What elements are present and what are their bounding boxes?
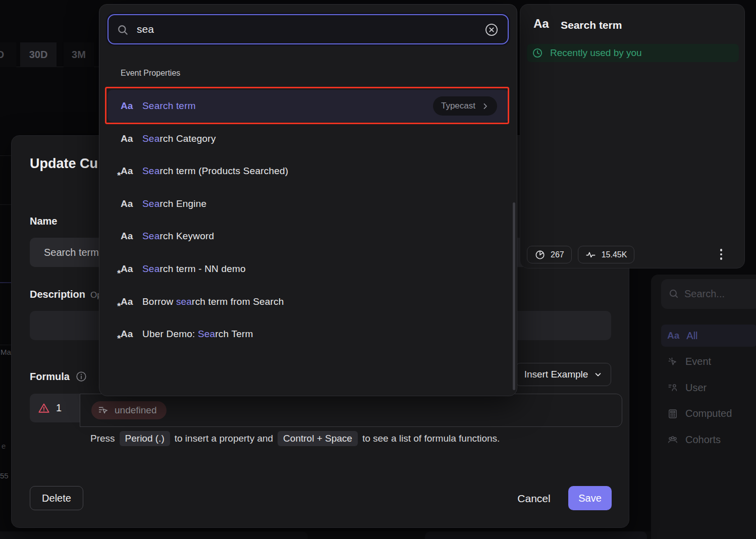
sidebar-search-input[interactable] (684, 279, 755, 309)
property-filter-sidebar: AaAllEventUserComputedCohorts (651, 275, 756, 539)
dropdown-search-input[interactable] (137, 15, 460, 43)
clear-search-icon[interactable] (484, 23, 499, 37)
name-label: Name (30, 215, 57, 227)
axis-label-fragment: e (2, 442, 6, 450)
property-item[interactable]: AaSearch Engine (107, 188, 509, 220)
sidebar-item-all[interactable]: AaAll (661, 325, 756, 347)
dropdown-search-box[interactable] (107, 14, 509, 44)
calculator-icon (667, 408, 678, 419)
property-item[interactable]: AaSearch termTypecast (107, 90, 509, 122)
property-label: Search Category (142, 133, 216, 144)
cursor-click-icon (667, 356, 678, 367)
stat-pill[interactable]: 15.45K (578, 246, 635, 263)
clock-icon (532, 47, 543, 59)
text-property-icon: Aa (121, 231, 141, 242)
property-details-panel: Aa Search term Recently used by you 2671… (520, 4, 745, 268)
modal-title: Update Cu (30, 156, 98, 172)
custom-event-icon (98, 406, 109, 414)
sidebar-item-event[interactable]: Event (661, 351, 756, 373)
delete-button[interactable]: Delete (30, 486, 83, 510)
tab-time-range-partial[interactable]: D (0, 42, 16, 67)
cohorts-icon (667, 434, 678, 445)
property-item[interactable]: AaSearch Keyword (107, 220, 509, 252)
chevron-down-icon (594, 370, 602, 379)
time-range-tabstrip: D 30D 3M (0, 42, 99, 67)
axis-label-fragment: 55 (0, 471, 9, 480)
undefined-token[interactable]: undefined (91, 401, 167, 419)
property-item[interactable]: Aa*Uber Demo: Search Term (107, 318, 509, 350)
tab-time-range-30d[interactable]: 30D (20, 42, 57, 67)
user-list-icon (667, 382, 678, 393)
error-count: 1 (56, 402, 62, 414)
formula-editor[interactable]: undefined (80, 394, 622, 427)
text-property-icon: Aa (121, 198, 141, 209)
sidebar-item-label: Computed (685, 408, 732, 419)
tab-time-range-3m[interactable]: 3M (64, 42, 94, 67)
chart-gridline (0, 204, 11, 205)
warning-icon (38, 402, 50, 414)
chart-gridline (0, 345, 11, 345)
insert-example-button[interactable]: Insert Example (515, 363, 611, 386)
stats-row: 26715.45K (527, 246, 634, 263)
section-header-event-properties: Event Properties (121, 69, 180, 78)
property-label: Search Engine (142, 198, 206, 209)
text-property-icon: Aa (533, 17, 549, 31)
custom-property-icon: Aa* (121, 166, 141, 177)
kebab-menu-icon[interactable] (715, 247, 727, 262)
custom-property-icon: Aa* (121, 263, 141, 275)
text-property-icon: Aa (667, 330, 679, 341)
sidebar-search-box[interactable] (661, 279, 756, 309)
pie-chart-icon (534, 249, 546, 260)
stat-value: 15.45K (602, 250, 627, 259)
save-button[interactable]: Save (568, 486, 612, 510)
info-icon (76, 371, 87, 385)
property-label: Uber Demo: Search Term (142, 329, 253, 340)
kbd-control-space: Control + Space (278, 431, 358, 446)
sidebar-item-cohorts[interactable]: Cohorts (661, 428, 756, 451)
sidebar-item-label: Event (685, 356, 711, 367)
search-icon (668, 288, 679, 299)
sidebar-item-label: Cohorts (685, 434, 721, 446)
formula-label: Formula (30, 371, 87, 385)
formula-hint: Press Period (.) to insert a property an… (90, 431, 500, 446)
sidebar-item-user[interactable]: User (661, 376, 756, 399)
custom-property-icon: Aa* (121, 296, 141, 307)
search-icon (117, 24, 129, 36)
property-label: Borrow search term from Search (142, 296, 284, 307)
chart-gridline (0, 155, 11, 156)
property-search-dropdown: Event Properties AaSearch termTypecastAa… (99, 4, 517, 396)
formula-error-counter: 1 (30, 394, 80, 422)
text-property-icon: Aa (121, 133, 141, 144)
chevron-right-icon (481, 102, 489, 110)
background-card-edge (0, 531, 308, 539)
background-card-edge (425, 531, 647, 539)
sidebar-item-label: User (685, 382, 707, 394)
stat-value: 267 (551, 250, 564, 259)
custom-property-icon: Aa* (121, 329, 141, 340)
property-details-title: Search term (561, 19, 622, 31)
property-label: Search term (Products Searched) (142, 166, 288, 177)
pulse-icon (585, 249, 597, 260)
stat-pill[interactable]: 267 (527, 246, 572, 263)
property-item[interactable]: Aa*Search term - NN demo (107, 253, 509, 285)
property-item[interactable]: AaSearch Category (107, 123, 509, 155)
typecast-badge[interactable]: Typecast (433, 96, 497, 116)
chart-series-line (0, 282, 11, 283)
recently-used-badge: Recently used by you (527, 44, 739, 62)
scrollbar-thumb[interactable] (513, 202, 515, 390)
property-item[interactable]: Aa*Borrow search term from Search (107, 286, 509, 318)
property-label: Search Keyword (142, 231, 214, 242)
sidebar-item-label: All (686, 330, 697, 342)
text-property-icon: Aa (121, 100, 141, 112)
cancel-button[interactable]: Cancel (504, 489, 564, 508)
sidebar-item-computed[interactable]: Computed (661, 403, 756, 425)
property-label: Search term (142, 100, 196, 112)
property-label: Search term - NN demo (142, 263, 246, 275)
kbd-period: Period (.) (120, 431, 170, 446)
property-item[interactable]: Aa*Search term (Products Searched) (107, 155, 509, 187)
